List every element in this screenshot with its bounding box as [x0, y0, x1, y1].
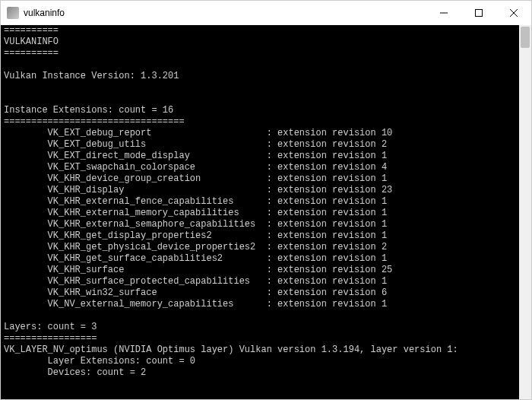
maximize-button[interactable] [461, 1, 496, 25]
minimize-button[interactable] [426, 1, 461, 25]
content-area: ========== VULKANINFO ========== Vulkan … [1, 25, 531, 399]
app-icon [7, 7, 19, 19]
vulkaninfo-window: vulkaninfo ========== VULKANINFO =======… [0, 0, 532, 400]
scrollbar-thumb[interactable] [521, 27, 530, 48]
console-output[interactable]: ========== VULKANINFO ========== Vulkan … [1, 25, 519, 399]
window-title: vulkaninfo [24, 8, 426, 18]
window-controls [426, 1, 531, 25]
vertical-scrollbar[interactable] [519, 25, 531, 399]
svg-rect-1 [476, 10, 483, 17]
titlebar[interactable]: vulkaninfo [1, 1, 531, 25]
close-button[interactable] [496, 1, 531, 25]
